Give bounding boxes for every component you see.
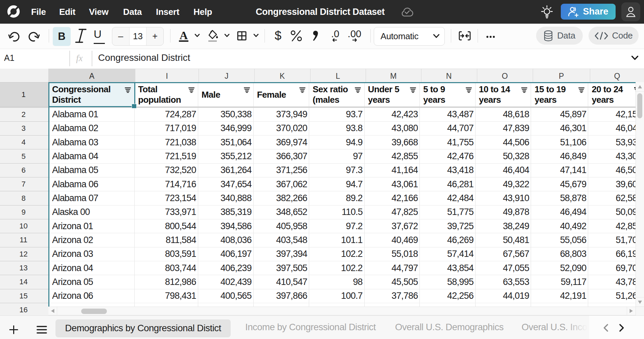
svg-text:A: A bbox=[180, 30, 188, 42]
svg-text:$: $ bbox=[275, 29, 281, 43]
svg-text:.00: .00 bbox=[348, 30, 361, 39]
svg-text:.0: .0 bbox=[331, 30, 339, 39]
